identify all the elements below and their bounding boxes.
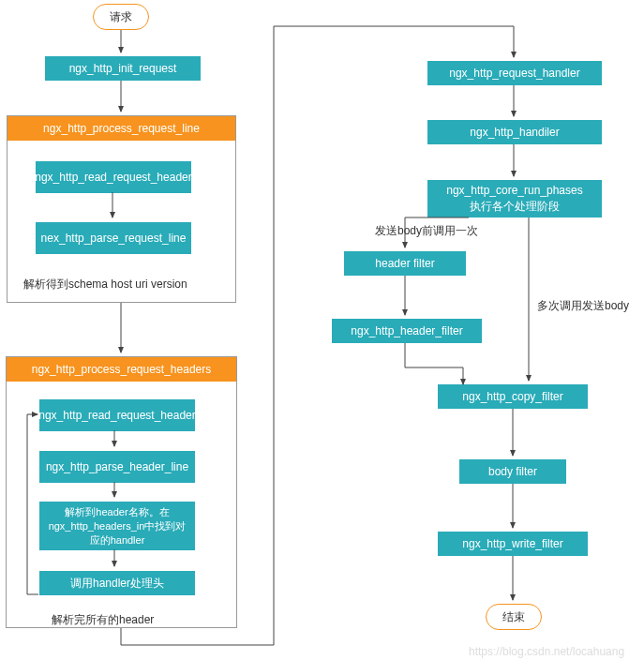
c2-call-handler-node: 调用handler处理头 (39, 571, 195, 595)
handiler-node: ngx_http_handiler (427, 120, 602, 144)
container1-title: ngx_http_process_request_line (7, 116, 235, 141)
c2-parse-header-node: ngx_http_parse_header_line (39, 451, 195, 483)
start-terminal: 请求 (93, 4, 149, 30)
c2-read-header-node: ngx_http_read_request_header (39, 399, 195, 431)
crp-line1: ngx_http_core_run_phases (446, 183, 582, 199)
c2-find-handler-node: 解析到header名称。在ngx_http_headers_in中找到对应的ha… (39, 502, 195, 550)
multi-body-label: 多次调用发送body (537, 298, 629, 314)
parse-all-header-label: 解析完所有的header (52, 612, 211, 628)
request-handler-node: ngx_http_request_handler (427, 61, 602, 85)
container2-title: ngx_http_process_request_headers (7, 357, 236, 382)
process-request-headers-container: ngx_http_process_request_headers ngx_htt… (6, 356, 237, 628)
body-filter-node: body filter (459, 459, 566, 484)
write-filter-node: ngx_http_write_filter (438, 532, 588, 556)
process-request-line-container: ngx_http_process_request_line ngx_http_r… (7, 115, 236, 303)
before-body-label: 发送body前调用一次 (375, 223, 478, 239)
copy-filter-node: ngx_http_copy_filter (438, 384, 588, 409)
init-request-node: ngx_http_init_request (45, 56, 201, 81)
http-header-filter-node: ngx_http_header_filter (332, 319, 482, 343)
end-terminal: 结束 (486, 604, 542, 630)
schema-label: 解析得到schema host uri version (23, 277, 225, 292)
header-filter-node: header filter (344, 251, 466, 276)
core-run-phases-node: ngx_http_core_run_phases 执行各个处理阶段 (427, 180, 602, 218)
crp-line2: 执行各个处理阶段 (470, 199, 560, 215)
watermark: https://blog.csdn.net/locahuang (469, 645, 624, 658)
c1-parse-line-node: nex_http_parse_request_line (36, 222, 191, 254)
c1-read-header-node: ngx_http_read_request_header (36, 161, 191, 193)
